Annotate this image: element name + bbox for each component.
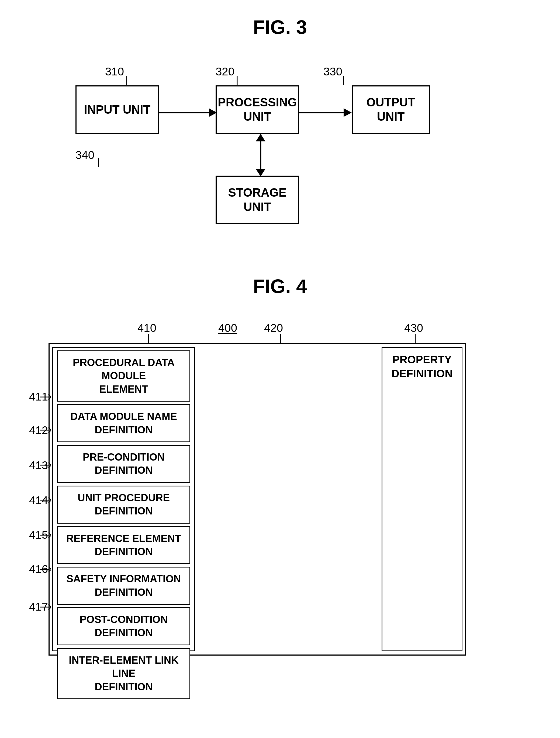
storage-unit-box: STORAGE UNIT	[216, 175, 299, 224]
arrow-processing-output	[299, 108, 353, 118]
svg-line-19	[48, 430, 51, 433]
svg-line-31	[48, 570, 51, 572]
svg-line-25	[48, 500, 51, 503]
fig4-diagram: 410 400 420 430 PROCEDURAL DATA MODULEEL…	[22, 319, 538, 669]
input-unit-box: INPUT UNIT	[75, 85, 159, 134]
ref-label-430: 430	[404, 322, 423, 335]
procedural-header: PROCEDURAL DATA MODULEELEMENT	[57, 350, 190, 402]
fig3-diagram: 310 320 330 340 INPUT UNIT PROCESSING UN…	[22, 60, 538, 248]
svg-line-24	[48, 497, 51, 500]
processing-unit-box: PROCESSING UNIT	[216, 85, 299, 134]
ref-label-400: 400	[218, 322, 237, 335]
svg-line-21	[48, 462, 51, 465]
item-417: INTER-ELEMENT LINK LINEDEFINITION	[57, 648, 190, 699]
page: FIG. 3 310 320 330 340 INPUT UNIT	[0, 0, 560, 738]
svg-line-28	[48, 535, 51, 538]
svg-line-16	[48, 397, 51, 400]
tick-420	[280, 334, 281, 345]
fig4-title: FIG. 4	[22, 275, 538, 297]
svg-line-30	[48, 567, 51, 570]
tick-410	[148, 334, 149, 345]
item-414: REFERENCE ELEMENTDEFINITION	[57, 526, 190, 564]
fig4-right-column: PROPERTYDEFINITION	[381, 347, 463, 651]
svg-line-18	[48, 427, 51, 430]
svg-line-27	[48, 532, 51, 535]
bracket-414	[40, 497, 51, 503]
ref-line-310	[118, 75, 135, 85]
ref-line-320	[229, 75, 245, 85]
svg-marker-10	[256, 134, 265, 141]
svg-line-15	[48, 394, 51, 397]
fig4-outer-container: PROCEDURAL DATA MODULEELEMENT DATA MODUL…	[48, 343, 466, 656]
fig3-title: FIG. 3	[22, 16, 538, 38]
fig4-left-column: PROCEDURAL DATA MODULEELEMENT DATA MODUL…	[52, 347, 195, 651]
ref-line-340	[90, 157, 106, 167]
bracket-412	[40, 427, 51, 433]
bracket-416	[40, 567, 51, 572]
bracket-411	[40, 394, 51, 400]
bracket-413	[40, 462, 51, 468]
item-412: PRE-CONDITIONDEFINITION	[57, 445, 190, 483]
arrow-input-processing	[159, 108, 218, 118]
ref-label-410: 410	[137, 322, 156, 335]
arrow-processing-storage	[253, 134, 269, 177]
svg-line-34	[48, 607, 51, 610]
fig4-middle-column	[199, 347, 380, 651]
item-413: UNIT PROCEDUREDEFINITION	[57, 486, 190, 523]
svg-line-33	[48, 605, 51, 607]
bracket-417	[40, 605, 51, 610]
svg-marker-7	[344, 108, 352, 117]
tick-430	[415, 334, 416, 345]
svg-line-22	[48, 465, 51, 468]
bracket-415	[40, 532, 51, 538]
ref-line-330	[335, 75, 352, 85]
property-definition-label: PROPERTYDEFINITION	[391, 353, 453, 381]
item-411: DATA MODULE NAMEDEFINITION	[57, 404, 190, 442]
item-415: SAFETY INFORMATIONDEFINITION	[57, 567, 190, 605]
item-416: POST-CONDITIONDEFINITION	[57, 607, 190, 645]
output-unit-box: OUTPUT UNIT	[352, 85, 430, 134]
ref-label-420: 420	[264, 322, 283, 335]
